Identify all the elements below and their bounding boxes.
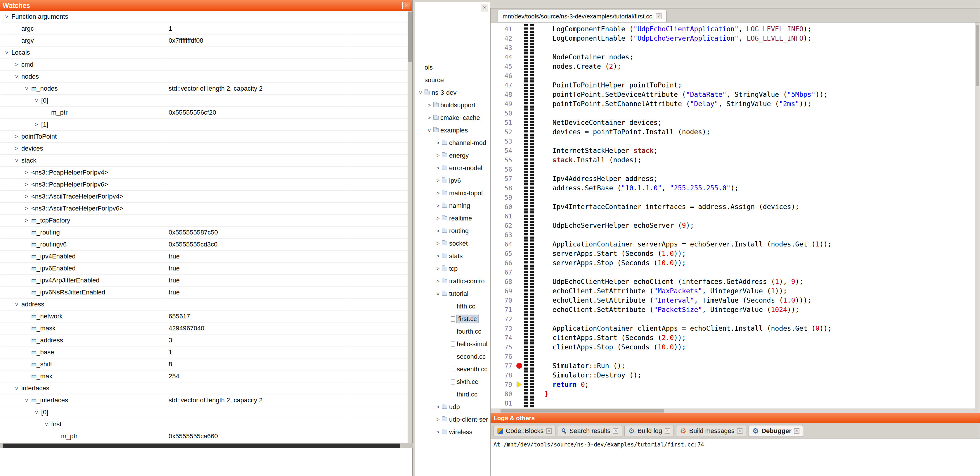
expand-arrow-icon[interactable]: > <box>22 205 31 212</box>
code-text[interactable]: echoClient.SetAttribute ("PacketSize", U… <box>534 306 799 313</box>
watches-horizontal-scrollbar[interactable] <box>0 443 413 448</box>
line-number[interactable]: 81 <box>491 400 515 407</box>
tree-item-ols[interactable]: ols <box>415 61 490 73</box>
marker-margin[interactable] <box>515 371 524 380</box>
editor-horizontal-scrollbar[interactable] <box>491 409 980 413</box>
scrollbar-thumb[interactable] <box>501 409 664 412</box>
tree-item-tutorial[interactable]: >tutorial <box>415 288 490 300</box>
line-number[interactable]: 80 <box>491 390 515 398</box>
expand-arrow-icon[interactable]: > <box>13 61 21 68</box>
expand-arrow-icon[interactable]: > <box>434 215 442 222</box>
code-text[interactable]: PointToPointHelper pointToPoint; <box>534 81 682 89</box>
code-text[interactable]: serverApps.Start (Seconds (1.0)); <box>534 250 686 257</box>
logs-header[interactable]: Logs & others <box>491 413 980 423</box>
collapse-arrow-icon[interactable]: > <box>426 126 433 134</box>
tree-item-wireless[interactable]: >wireless <box>415 426 490 438</box>
marker-margin[interactable] <box>515 389 524 399</box>
tree-item-cmake-cache[interactable]: >cmake_cache <box>415 112 490 124</box>
expand-arrow-icon[interactable]: > <box>434 429 442 435</box>
expand-arrow-icon[interactable]: > <box>425 115 433 121</box>
marker-margin[interactable] <box>515 296 524 305</box>
tree-item-naming[interactable]: >naming <box>415 200 490 212</box>
marker-margin[interactable] <box>515 165 524 174</box>
close-icon[interactable]: × <box>546 428 552 434</box>
code-text[interactable]: Simulator::Destroy (); <box>534 371 641 379</box>
marker-margin[interactable] <box>515 221 524 230</box>
line-number[interactable]: 70 <box>491 297 515 304</box>
line-number[interactable]: 69 <box>491 288 515 295</box>
collapse-arrow-icon[interactable]: > <box>3 49 10 56</box>
line-number[interactable]: 77 <box>491 362 515 370</box>
line-number[interactable]: 59 <box>491 194 515 201</box>
line-number[interactable]: 46 <box>491 72 515 80</box>
collapse-arrow-icon[interactable]: > <box>43 420 50 428</box>
expand-arrow-icon[interactable]: > <box>22 217 31 224</box>
marker-margin[interactable] <box>515 183 524 193</box>
line-number[interactable]: 79 <box>491 381 515 388</box>
marker-margin[interactable] <box>515 258 524 268</box>
marker-margin[interactable] <box>515 361 524 371</box>
line-number[interactable]: 74 <box>491 334 515 342</box>
expand-arrow-icon[interactable]: > <box>434 228 442 234</box>
log-tab-build-messages[interactable]: ⚙Build messages× <box>676 425 746 437</box>
marker-margin[interactable] <box>515 62 524 71</box>
marker-margin[interactable] <box>515 80 524 90</box>
close-icon[interactable]: × <box>480 4 488 11</box>
expand-arrow-icon[interactable]: > <box>22 193 31 200</box>
marker-margin[interactable] <box>515 324 524 333</box>
expand-arrow-icon[interactable]: > <box>434 404 442 410</box>
expand-arrow-icon[interactable]: > <box>434 165 442 171</box>
code-text[interactable]: echoClient.SetAttribute ("Interval", Tim… <box>534 297 811 304</box>
collapse-arrow-icon[interactable]: > <box>13 300 20 308</box>
line-number[interactable]: 51 <box>491 119 515 126</box>
marker-margin[interactable] <box>515 211 524 221</box>
tree-item-udp[interactable]: >udp <box>415 401 490 413</box>
tree-item-seventh-cc[interactable]: seventh.cc <box>415 363 490 375</box>
breakpoint-icon[interactable] <box>516 363 522 369</box>
line-number[interactable]: 58 <box>491 184 515 192</box>
code-text[interactable]: UdpEchoClientHelper echoClient (interfac… <box>534 278 803 285</box>
tree-item-buildsupport[interactable]: >buildsupport <box>415 99 490 112</box>
code-text[interactable]: devices = pointToPoint.Install (nodes); <box>534 128 710 136</box>
line-number[interactable]: 67 <box>491 269 515 276</box>
line-number[interactable]: 64 <box>491 241 515 248</box>
line-number[interactable]: 60 <box>491 203 515 211</box>
expand-arrow-icon[interactable]: > <box>434 152 442 159</box>
tree-item-fifth-cc[interactable]: fifth.cc <box>415 300 490 313</box>
tree-item-channel-mod[interactable]: >channel-mod <box>415 137 490 149</box>
code-text[interactable]: stack.Install (nodes); <box>534 156 641 164</box>
collapse-arrow-icon[interactable]: > <box>13 157 20 165</box>
expand-arrow-icon[interactable]: > <box>32 121 41 128</box>
code-text[interactable]: pointToPoint.SetChannelAttribute ("Delay… <box>534 100 811 108</box>
expand-arrow-icon[interactable]: > <box>434 190 442 196</box>
code-text[interactable]: InternetStackHelper stack; <box>534 147 658 154</box>
marker-margin[interactable] <box>515 24 524 34</box>
close-icon[interactable]: × <box>402 2 410 10</box>
marker-margin[interactable] <box>515 399 524 408</box>
collapse-arrow-icon[interactable]: > <box>23 85 30 93</box>
close-icon[interactable]: × <box>665 428 670 434</box>
line-number[interactable]: 53 <box>491 138 515 145</box>
code-text[interactable]: echoClient.SetAttribute ("MaxPackets", U… <box>534 287 787 295</box>
line-number[interactable]: 66 <box>491 259 515 267</box>
collapse-arrow-icon[interactable]: > <box>417 89 424 97</box>
expand-arrow-icon[interactable]: > <box>13 145 21 152</box>
marker-margin[interactable] <box>515 137 524 146</box>
marker-margin[interactable] <box>515 52 524 62</box>
code-text[interactable]: return 0; <box>534 381 589 388</box>
scrollbar-thumb[interactable] <box>3 444 400 448</box>
code-text[interactable]: serverApps.Stop (Seconds (10.0)); <box>534 259 686 267</box>
collapse-arrow-icon[interactable]: > <box>13 385 20 392</box>
collapse-arrow-icon[interactable]: > <box>435 290 441 298</box>
expand-arrow-icon[interactable]: > <box>434 253 442 259</box>
expand-arrow-icon[interactable]: > <box>434 203 442 209</box>
line-number[interactable]: 71 <box>491 306 515 313</box>
code-text[interactable]: pointToPoint.SetDeviceAttribute ("DataRa… <box>534 91 827 98</box>
tree-item-sixth-cc[interactable]: sixth.cc <box>415 375 490 388</box>
code-text[interactable]: NodeContainer nodes; <box>534 53 633 61</box>
marker-margin[interactable] <box>515 146 524 155</box>
line-number[interactable]: 62 <box>491 222 515 229</box>
expand-arrow-icon[interactable]: > <box>22 181 31 188</box>
tree-item-traffic-contro[interactable]: >traffic-contro <box>415 275 490 288</box>
tree-item-second-cc[interactable]: second.cc <box>415 350 490 363</box>
